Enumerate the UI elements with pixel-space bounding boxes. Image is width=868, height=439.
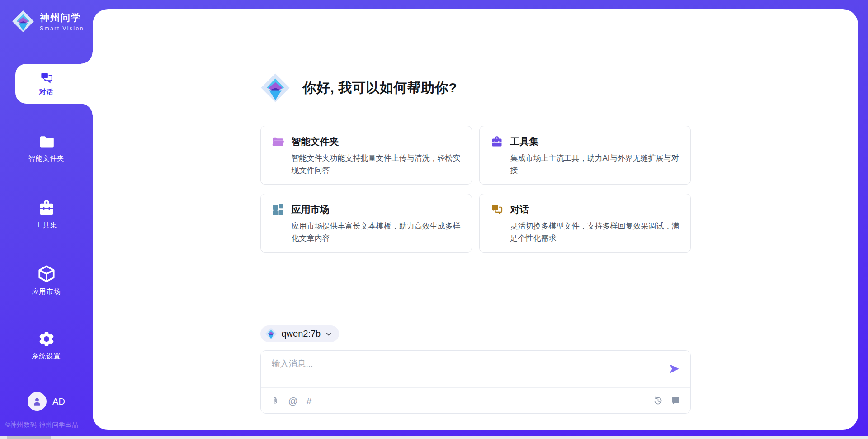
sidebar-item-settings[interactable]: 系统设置 [0,330,93,361]
chevron-down-icon [325,330,332,338]
toolkit-icon [38,199,56,217]
brand: 神州问学 Smart Vision [12,10,84,33]
horizontal-scrollbar-thumb[interactable] [7,436,51,439]
message-input[interactable] [272,358,654,383]
folder-icon [38,133,55,150]
composer-actions [653,396,680,406]
card-chat[interactable]: 对话 灵活切换多模型文件，支持多样回复效果调试，满足个性化需求 [479,194,691,253]
app-root: 你好, 我可以如何帮助你? 智能文件夹 智能文件夹功能支持批量文件上传与清洗，轻… [0,0,868,439]
assistant-diamond-icon [260,73,290,103]
send-button[interactable] [668,363,680,375]
history-icon[interactable] [653,396,663,406]
sidebar-item-app-market[interactable]: 应用市场 [0,264,93,296]
card-head: 工具集 [491,135,679,148]
sidebar-item-label: 对话 [39,88,54,96]
main-content: 你好, 我可以如何帮助你? 智能文件夹 智能文件夹功能支持批量文件上传与清洗，轻… [260,9,691,414]
composer: @ # [260,350,691,414]
card-title: 智能文件夹 [292,135,339,148]
folder-open-icon [272,135,284,148]
model-diamond-icon [265,328,277,340]
hashtag-icon[interactable]: # [307,396,312,406]
card-app-market[interactable]: 应用市场 应用市场提供丰富长文本模板，助力高效生成多样化文章内容 [260,194,472,253]
mention-icon[interactable]: @ [288,396,298,406]
model-selector-label: qwen2:7b [282,329,321,339]
composer-toolbar: @ # [261,387,690,413]
sidebar-item-label: 智能文件夹 [28,154,65,163]
card-toolkit[interactable]: 工具集 集成市场上主流工具，助力AI与外界无缝扩展与对接 [479,126,691,185]
sidebar: 神州问学 Smart Vision 对话 智能文件夹 [0,0,93,439]
copyright-text: ©神州数码·神州问学出品 [5,421,78,429]
sidebar-item-label: 工具集 [36,221,57,229]
greeting: 你好, 我可以如何帮助你? [260,73,691,102]
card-description: 灵活切换多模型文件，支持多样回复效果调试，满足个性化需求 [510,220,679,245]
user-profile[interactable]: AD [0,392,93,411]
card-description: 应用市场提供丰富长文本模板，助力高效生成多样化文章内容 [292,220,461,245]
sidebar-item-smart-folder[interactable]: 智能文件夹 [0,133,93,163]
sidebar-item-label: 应用市场 [32,287,61,296]
chat-icon [40,71,53,85]
cube-icon [37,264,56,283]
card-head: 应用市场 [272,203,461,216]
card-head: 对话 [491,203,679,216]
card-smart-folder[interactable]: 智能文件夹 智能文件夹功能支持批量文件上传与清洗，轻松实现文件问答 [260,126,472,185]
horizontal-scrollbar [0,436,868,439]
sidebar-item-chat[interactable]: 对话 [15,64,93,104]
card-head: 智能文件夹 [272,135,461,148]
person-icon [31,396,43,407]
card-title: 工具集 [510,135,539,148]
sidebar-item-label: 系统设置 [32,352,61,361]
card-title: 对话 [510,203,529,216]
greeting-title: 你好, 我可以如何帮助你? [303,79,458,97]
model-selector[interactable]: qwen2:7b [260,325,340,342]
market-grid-icon [272,203,284,216]
gear-icon [38,330,56,348]
user-initials: AD [52,396,65,407]
brand-subtitle: Smart Vision [40,25,84,32]
card-description: 智能文件夹功能支持批量文件上传与清洗，轻松实现文件问答 [292,153,461,177]
main-panel: 你好, 我可以如何帮助你? 智能文件夹 智能文件夹功能支持批量文件上传与清洗，轻… [93,9,858,430]
send-icon [668,363,680,375]
brand-text: 神州问学 Smart Vision [40,11,84,32]
composer-tools: @ # [271,396,312,406]
chat-icon [491,203,503,216]
brand-logo-icon [12,10,34,33]
brand-name: 神州问学 [40,11,84,24]
feature-cards: 智能文件夹 智能文件夹功能支持批量文件上传与清洗，轻松实现文件问答 工具集 集成… [260,126,691,253]
card-description: 集成市场上主流工具，助力AI与外界无缝扩展与对接 [510,153,679,177]
comment-icon[interactable] [671,396,680,405]
sidebar-item-toolkit[interactable]: 工具集 [0,199,93,229]
card-title: 应用市场 [292,203,330,216]
avatar [28,392,47,411]
attachment-icon[interactable] [271,396,280,406]
toolkit-icon [491,135,503,148]
